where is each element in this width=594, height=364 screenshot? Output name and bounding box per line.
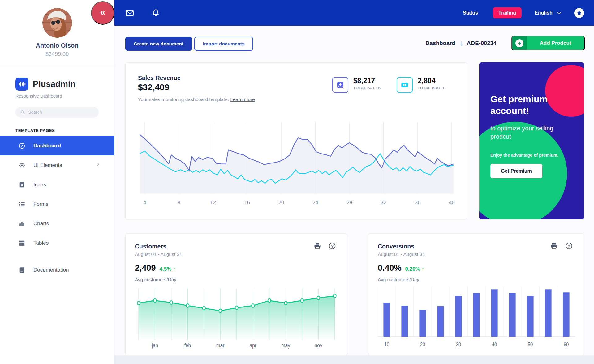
conversions-bar-chart: 102030405060 xyxy=(378,286,575,349)
sidebar-item-ui-elements[interactable]: UI Elements xyxy=(0,155,114,175)
plus-icon: + xyxy=(515,39,523,47)
svg-text:apr: apr xyxy=(250,342,256,349)
conversions-card-actions: ? xyxy=(550,242,573,250)
plus-icon-wrap: + xyxy=(512,36,527,50)
list-icon xyxy=(19,201,25,208)
home-button[interactable] xyxy=(574,8,584,18)
sidebar-item-label: Charts xyxy=(33,221,49,227)
premium-heading: Get premium account! xyxy=(490,93,565,116)
svg-text:mar: mar xyxy=(216,342,225,349)
sidebar-item-forms[interactable]: Forms xyxy=(0,194,114,214)
print-icon[interactable] xyxy=(550,242,558,250)
import-documents-button[interactable]: Import documents xyxy=(194,37,253,51)
dashboard-page: Antonio Olson $3499.00 Plusadmin Respons… xyxy=(0,0,594,364)
total-sales-value: $8,217 xyxy=(353,77,381,85)
bell-icon xyxy=(152,9,159,17)
conversions-date-range: August 01 - August 31 xyxy=(378,252,425,257)
get-premium-button[interactable]: Get Premium xyxy=(490,164,542,178)
customers-value-row: 2,409 4,5% ↑ xyxy=(135,263,176,273)
customers-area-chart: janfebmaraprmaynov xyxy=(135,286,338,349)
premium-card: Get premium account! to optimize your se… xyxy=(479,62,584,219)
customers-caption: Avg customers/Day xyxy=(135,277,176,282)
sales-value: $32,409 xyxy=(138,83,169,92)
sidebar-item-dashboard[interactable]: Dashboard xyxy=(0,136,114,155)
sidebar: Antonio Olson $3499.00 Plusadmin Respons… xyxy=(0,0,114,364)
chevron-right-icon xyxy=(96,162,101,168)
sales-line-chart: 481216202428323640 xyxy=(138,122,456,206)
breadcrumb-page[interactable]: Dashboard xyxy=(425,40,455,47)
search-input[interactable] xyxy=(28,110,94,115)
sidebar-item-icons[interactable]: Icons xyxy=(0,175,114,194)
svg-text:?: ? xyxy=(568,244,570,248)
language-dropdown[interactable]: English xyxy=(535,0,562,26)
target-icon xyxy=(19,162,25,169)
svg-text:feb: feb xyxy=(184,342,191,349)
trailing-badge[interactable]: Trailing xyxy=(493,7,522,18)
home-icon xyxy=(576,10,582,16)
conversions-caption: Avg customers/Day xyxy=(378,277,419,282)
brand-name: Plusadmin xyxy=(33,79,75,89)
sidebar-collapse-button[interactable]: « xyxy=(91,1,114,25)
sidebar-nav: Dashboard UI Elements Icons Forms Charts xyxy=(0,136,114,280)
print-icon[interactable] xyxy=(314,242,321,250)
customers-value: 2,409 xyxy=(135,263,156,273)
svg-text:24: 24 xyxy=(312,200,318,205)
sidebar-item-documentation[interactable]: Documentation xyxy=(0,260,114,280)
customers-card: Customers August 01 - August 31 ? 2,409 … xyxy=(125,233,347,356)
brand: Plusadmin xyxy=(0,65,114,91)
sales-subtitle: Your sales monitoring dashboard template… xyxy=(138,97,255,102)
conversions-card: Conversions August 01 - August 31 ? 0.40… xyxy=(368,233,584,356)
main-content: Create new document Import documents Das… xyxy=(114,26,594,364)
sidebar-item-label: Documentation xyxy=(33,267,69,273)
svg-text:60: 60 xyxy=(564,341,569,348)
help-icon[interactable]: ? xyxy=(329,242,336,250)
chevron-down-icon xyxy=(556,10,562,16)
create-document-button[interactable]: Create new document xyxy=(125,37,192,51)
svg-text:nov: nov xyxy=(315,342,322,349)
arrow-up-icon: ↑ xyxy=(173,266,176,272)
compass-icon xyxy=(19,142,25,149)
search-box[interactable] xyxy=(15,107,99,118)
total-profit-stat: 2,804 TOTAL PROFIT xyxy=(397,77,446,93)
breadcrumb: Dashboard | ADE-00234 xyxy=(425,40,497,47)
conversions-title: Conversions xyxy=(378,243,414,250)
total-sales-label: TOTAL SALES xyxy=(353,86,381,90)
customers-date-range: August 01 - August 31 xyxy=(135,252,182,257)
svg-text:4: 4 xyxy=(143,200,146,205)
language-label: English xyxy=(535,10,553,16)
sidebar-item-label: Dashboard xyxy=(33,143,61,149)
conversions-delta: 0.20% ↑ xyxy=(405,266,424,272)
svg-text:10: 10 xyxy=(384,341,390,348)
arrow-up-icon: ↑ xyxy=(422,266,424,272)
sidebar-item-tables[interactable]: Tables xyxy=(0,233,114,253)
mail-button[interactable] xyxy=(126,0,134,26)
notifications-button[interactable] xyxy=(152,0,159,26)
premium-subheading: to optimize your selling prodcut xyxy=(490,124,571,141)
svg-text:may: may xyxy=(281,342,290,349)
breadcrumb-separator: | xyxy=(460,40,462,47)
customers-delta: 4,5% ↑ xyxy=(160,266,176,272)
sidebar-item-label: UI Elements xyxy=(33,162,62,168)
learn-more-link[interactable]: Learn more xyxy=(230,97,255,102)
document-icon xyxy=(19,267,25,273)
page-background-strip xyxy=(114,355,594,364)
sidebar-section-title: TEMPLATE PAGES xyxy=(0,118,114,136)
brand-logo-icon xyxy=(15,78,28,91)
sidebar-item-label: Forms xyxy=(33,201,48,207)
sales-subtitle-text: Your sales monitoring dashboard template… xyxy=(138,97,229,102)
customers-card-actions: ? xyxy=(314,242,336,250)
id-badge-icon xyxy=(19,181,25,188)
sidebar-item-charts[interactable]: Charts xyxy=(0,214,114,233)
customers-title: Customers xyxy=(135,243,166,250)
user-name: Antonio Olson xyxy=(0,42,114,49)
add-product-button[interactable]: + Add Prodcut xyxy=(511,36,585,50)
svg-text:12: 12 xyxy=(210,200,216,205)
premium-note: Enjoy the advantage of premium. xyxy=(490,153,558,158)
banknote-icon xyxy=(397,77,413,93)
avatar[interactable] xyxy=(42,8,72,38)
status-link[interactable]: Status xyxy=(463,0,478,26)
help-icon[interactable]: ? xyxy=(565,242,573,250)
total-profit-label: TOTAL PROFIT xyxy=(418,86,446,90)
breadcrumb-code: ADE-00234 xyxy=(467,40,497,47)
total-profit-value: 2,804 xyxy=(418,77,446,85)
